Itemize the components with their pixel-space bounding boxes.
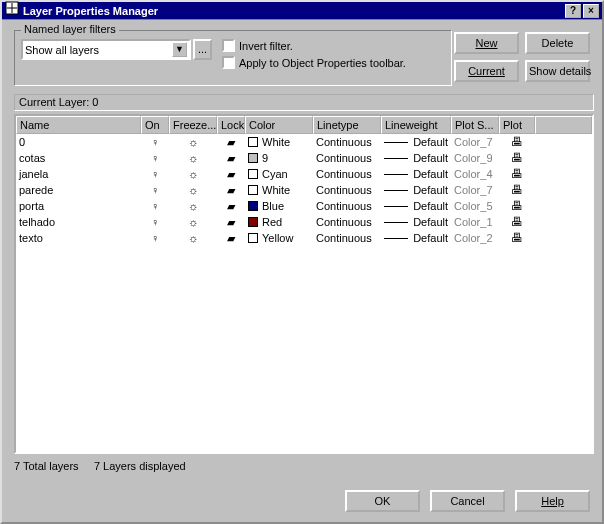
freeze-icon[interactable]: ☼ (169, 182, 217, 198)
invert-filter-label: Invert filter. (239, 40, 293, 52)
listview-header: Name On Freeze... Lock Color Linetype Li… (16, 116, 592, 134)
help-titlebar-button[interactable]: ? (565, 4, 581, 18)
current-layer-display: Current Layer: 0 (14, 94, 594, 111)
on-icon[interactable]: ♀ (141, 198, 169, 214)
cell-linetype[interactable]: Continuous (313, 166, 381, 182)
column-plotstyle[interactable]: Plot S... (451, 116, 499, 134)
cell-lineweight[interactable]: Default (381, 150, 451, 166)
freeze-icon[interactable]: ☼ (169, 166, 217, 182)
cell-lineweight[interactable]: Default (381, 182, 451, 198)
cell-lineweight[interactable]: Default (381, 198, 451, 214)
cell-lineweight[interactable]: Default (381, 230, 451, 246)
cell-name[interactable]: telhado (16, 214, 141, 230)
table-row[interactable]: janela♀☼▰CyanContinuousDefaultColor_4🖶 (16, 166, 592, 182)
apply-toolbar-checkbox[interactable] (222, 56, 235, 69)
cell-linetype[interactable]: Continuous (313, 214, 381, 230)
cell-name[interactable]: cotas (16, 150, 141, 166)
plot-icon[interactable]: 🖶 (499, 150, 535, 166)
plot-icon[interactable]: 🖶 (499, 230, 535, 246)
cell-color[interactable]: White (245, 182, 313, 198)
column-freeze[interactable]: Freeze... (169, 116, 217, 134)
filter-browse-button[interactable]: ... (193, 39, 212, 60)
freeze-icon[interactable]: ☼ (169, 150, 217, 166)
column-color[interactable]: Color (245, 116, 313, 134)
column-plot[interactable]: Plot (499, 116, 535, 134)
lock-icon[interactable]: ▰ (217, 182, 245, 198)
filter-select[interactable]: Show all layers ▼ (21, 39, 191, 60)
bottom-buttons: OK Cancel Help (345, 490, 590, 512)
on-icon[interactable]: ♀ (141, 230, 169, 246)
lock-icon[interactable]: ▰ (217, 214, 245, 230)
cell-color[interactable]: White (245, 134, 313, 150)
cell-color[interactable]: 9 (245, 150, 313, 166)
freeze-icon[interactable]: ☼ (169, 230, 217, 246)
on-icon[interactable]: ♀ (141, 150, 169, 166)
plot-icon[interactable]: 🖶 (499, 166, 535, 182)
plot-icon[interactable]: 🖶 (499, 182, 535, 198)
cancel-button[interactable]: Cancel (430, 490, 505, 512)
cell-linetype[interactable]: Continuous (313, 150, 381, 166)
lock-icon[interactable]: ▰ (217, 230, 245, 246)
title-bar: Layer Properties Manager ? × (2, 2, 602, 20)
table-row[interactable]: porta♀☼▰BlueContinuousDefaultColor_5🖶 (16, 198, 592, 214)
freeze-icon[interactable]: ☼ (169, 134, 217, 150)
cell-plotstyle: Color_1 (451, 214, 499, 230)
column-lock[interactable]: Lock (217, 116, 245, 134)
on-icon[interactable]: ♀ (141, 182, 169, 198)
freeze-icon[interactable]: ☼ (169, 214, 217, 230)
on-icon[interactable]: ♀ (141, 134, 169, 150)
on-icon[interactable]: ♀ (141, 214, 169, 230)
show-details-button[interactable]: Show details (525, 60, 590, 82)
layers-listview[interactable]: Name On Freeze... Lock Color Linetype Li… (14, 114, 594, 454)
cell-lineweight[interactable]: Default (381, 214, 451, 230)
cell-name[interactable]: porta (16, 198, 141, 214)
cell-lineweight[interactable]: Default (381, 134, 451, 150)
cell-name[interactable]: texto (16, 230, 141, 246)
plot-icon[interactable]: 🖶 (499, 134, 535, 150)
app-icon (5, 1, 19, 20)
close-button[interactable]: × (583, 4, 599, 18)
cell-name[interactable]: janela (16, 166, 141, 182)
cell-plotstyle: Color_7 (451, 182, 499, 198)
new-button[interactable]: New (454, 32, 519, 54)
table-row[interactable]: parede♀☼▰WhiteContinuousDefaultColor_7🖶 (16, 182, 592, 198)
dropdown-arrow-icon[interactable]: ▼ (172, 42, 187, 57)
cell-linetype[interactable]: Continuous (313, 182, 381, 198)
cell-linetype[interactable]: Continuous (313, 230, 381, 246)
freeze-icon[interactable]: ☼ (169, 198, 217, 214)
current-layer-text: Current Layer: 0 (19, 96, 98, 108)
current-button[interactable]: Current (454, 60, 519, 82)
column-on[interactable]: On (141, 116, 169, 134)
column-name[interactable]: Name (16, 116, 141, 134)
cell-color[interactable]: Cyan (245, 166, 313, 182)
cell-name[interactable]: parede (16, 182, 141, 198)
delete-button[interactable]: Delete (525, 32, 590, 54)
cell-lineweight[interactable]: Default (381, 166, 451, 182)
table-row[interactable]: 0♀☼▰WhiteContinuousDefaultColor_7🖶 (16, 134, 592, 150)
table-row[interactable]: texto♀☼▰YellowContinuousDefaultColor_2🖶 (16, 230, 592, 246)
column-lineweight[interactable]: Lineweight (381, 116, 451, 134)
plot-icon[interactable]: 🖶 (499, 198, 535, 214)
cell-linetype[interactable]: Continuous (313, 198, 381, 214)
table-row[interactable]: cotas♀☼▰9ContinuousDefaultColor_9🖶 (16, 150, 592, 166)
cell-color[interactable]: Yellow (245, 230, 313, 246)
cell-plotstyle: Color_9 (451, 150, 499, 166)
cell-name[interactable]: 0 (16, 134, 141, 150)
lock-icon[interactable]: ▰ (217, 150, 245, 166)
lock-icon[interactable]: ▰ (217, 166, 245, 182)
status-bar: 7 Total layers 7 Layers displayed (14, 458, 594, 474)
lock-icon[interactable]: ▰ (217, 134, 245, 150)
ok-button[interactable]: OK (345, 490, 420, 512)
named-filters-group: Named layer filters Show all layers ▼ ..… (14, 30, 452, 86)
cell-color[interactable]: Red (245, 214, 313, 230)
table-row[interactable]: telhado♀☼▰RedContinuousDefaultColor_1🖶 (16, 214, 592, 230)
cell-color[interactable]: Blue (245, 198, 313, 214)
cell-linetype[interactable]: Continuous (313, 134, 381, 150)
lock-icon[interactable]: ▰ (217, 198, 245, 214)
invert-filter-checkbox[interactable] (222, 39, 235, 52)
on-icon[interactable]: ♀ (141, 166, 169, 182)
cell-plotstyle: Color_5 (451, 198, 499, 214)
column-linetype[interactable]: Linetype (313, 116, 381, 134)
plot-icon[interactable]: 🖶 (499, 214, 535, 230)
help-button[interactable]: Help (515, 490, 590, 512)
